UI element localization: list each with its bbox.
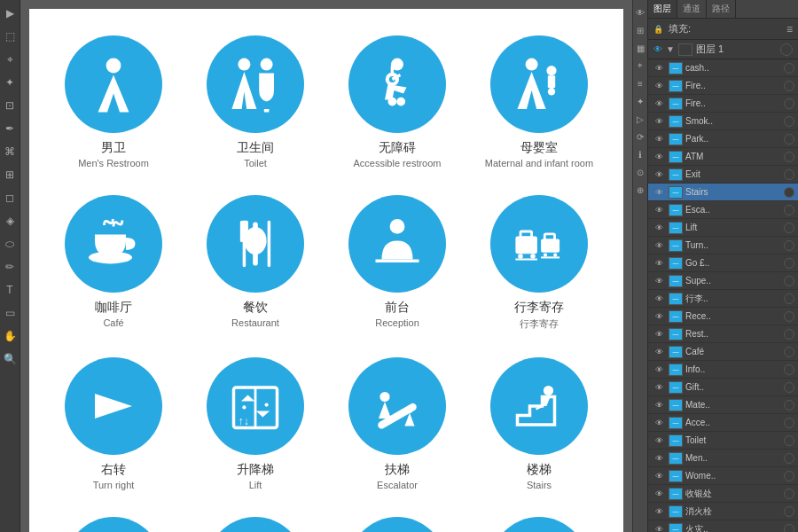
layer-row[interactable]: 👁 — Rest.. bbox=[648, 325, 798, 343]
layer-row[interactable]: 👁 — 收银处 bbox=[648, 485, 798, 503]
layer-eye-icon[interactable]: 👁 bbox=[652, 239, 666, 253]
layer-row[interactable]: 👁 — Mate.. bbox=[648, 396, 798, 414]
layer-row[interactable]: 👁 — Toilet bbox=[648, 432, 798, 450]
tab-paths[interactable]: 路径 bbox=[707, 0, 736, 18]
layer-eye-icon[interactable]: 👁 bbox=[652, 79, 666, 93]
tool-crop[interactable]: ⊡ bbox=[0, 96, 20, 115]
svg-point-11 bbox=[526, 59, 538, 71]
layer-eye-icon[interactable]: 👁 bbox=[652, 256, 666, 270]
tool-clone[interactable]: ⊞ bbox=[0, 165, 20, 184]
layer-row[interactable]: 👁 — cash.. bbox=[648, 59, 798, 77]
tool-lasso[interactable]: ⌖ bbox=[0, 50, 20, 69]
layer-eye-icon[interactable]: 👁 bbox=[652, 469, 666, 483]
layer-row[interactable]: 👁 — Café bbox=[648, 343, 798, 361]
icon-en-label: Men's Restroom bbox=[78, 158, 149, 168]
action-icon[interactable]: ▷ bbox=[633, 112, 647, 126]
layer-eye-icon[interactable]: 👁 bbox=[652, 221, 666, 235]
layer-eye-icon[interactable]: 👁 bbox=[652, 150, 666, 164]
tool-dodge[interactable]: ⬭ bbox=[0, 234, 20, 254]
tool-gradient[interactable]: ◈ bbox=[0, 211, 20, 231]
layer-eye-icon[interactable]: 👁 bbox=[652, 203, 666, 217]
layer-eye-icon[interactable]: 👁 bbox=[652, 97, 666, 111]
layer-eye-icon[interactable]: 👁 bbox=[652, 522, 666, 533]
layer-row[interactable]: 👁 — Info.. bbox=[648, 361, 798, 379]
layer-row[interactable]: 👁 — Exit bbox=[648, 166, 798, 184]
transform-icon[interactable]: ⊕ bbox=[633, 183, 647, 197]
layer-row[interactable]: 👁 — Wome.. bbox=[648, 467, 798, 485]
grid-icon[interactable]: ⊞ bbox=[633, 23, 647, 37]
layer-row[interactable]: 👁 — 行李.. bbox=[648, 290, 798, 308]
path-icon[interactable]: ⌖ bbox=[633, 59, 647, 73]
tool-zoom[interactable]: 🔍 bbox=[0, 349, 20, 369]
layer-eye-icon[interactable]: 👁 bbox=[652, 416, 666, 430]
layer-eye-icon[interactable]: 👁 bbox=[652, 292, 666, 306]
layer-eye-icon[interactable]: 👁 bbox=[652, 61, 666, 75]
layer-eye-icon[interactable]: 👁 bbox=[652, 274, 666, 288]
svg-marker-47 bbox=[379, 402, 391, 419]
layer-row[interactable]: 👁 — Fire.. bbox=[648, 95, 798, 113]
layer-row[interactable]: 👁 — 消火栓 bbox=[648, 503, 798, 520]
layer-row[interactable]: 👁 — Acce.. bbox=[648, 414, 798, 432]
layer-row[interactable]: 👁 — Go £.. bbox=[648, 254, 798, 272]
layer-eye-icon[interactable]: 👁 bbox=[652, 398, 666, 412]
layer-name-label: Fire.. bbox=[685, 98, 784, 108]
layer-eye-icon[interactable]: 👁 bbox=[652, 434, 666, 448]
channel-icon[interactable]: ▦ bbox=[633, 41, 647, 55]
layer-eye-icon[interactable]: 👁 bbox=[652, 380, 666, 395]
tool-brush[interactable]: ⌘ bbox=[0, 142, 20, 161]
layer-eye-icon[interactable]: 👁 bbox=[652, 505, 666, 519]
layer-row[interactable]: 👁 — Esca.. bbox=[648, 201, 798, 219]
history-icon[interactable]: ⟳ bbox=[633, 129, 647, 144]
layer-eye-icon[interactable]: 👁 bbox=[652, 114, 666, 129]
style-icon[interactable]: ✦ bbox=[633, 94, 647, 108]
tool-pen[interactable]: ✏ bbox=[0, 257, 20, 277]
layer-eye-icon[interactable]: 👁 bbox=[652, 487, 666, 501]
layer-eye-icon[interactable]: 👁 bbox=[652, 185, 666, 200]
layer-row[interactable]: 👁 — 火灾.. bbox=[648, 520, 798, 532]
icon-cn-label: 楼梯 bbox=[527, 462, 552, 478]
tool-eyedropper[interactable]: ✒ bbox=[0, 119, 20, 138]
canvas-area[interactable]: 男卫 Men's Restroom 卫生间 Toilet bbox=[20, 0, 632, 532]
layer-visibility-eye[interactable]: 👁 bbox=[653, 44, 662, 54]
svg-rect-28 bbox=[520, 231, 532, 238]
eye-icon[interactable]: 👁 bbox=[633, 5, 647, 20]
layer-eye-icon[interactable]: 👁 bbox=[652, 309, 666, 324]
info-icon[interactable]: ℹ bbox=[633, 147, 647, 161]
tool-magic[interactable]: ✦ bbox=[0, 73, 20, 92]
layer-row[interactable]: 👁 — ATM bbox=[648, 148, 798, 166]
tool-hand[interactable]: ✋ bbox=[0, 326, 20, 346]
tool-select[interactable]: ⬚ bbox=[0, 27, 20, 46]
tool-shape[interactable]: ▭ bbox=[0, 303, 20, 323]
layer-eye-icon[interactable]: 👁 bbox=[652, 327, 666, 341]
layer-eye-icon[interactable]: 👁 bbox=[652, 168, 666, 182]
layer-thumbnail: — bbox=[669, 434, 683, 447]
layer-eye-icon[interactable]: 👁 bbox=[652, 451, 666, 466]
layer-row[interactable]: 👁 — Park.. bbox=[648, 130, 798, 148]
nav-icon[interactable]: ⊙ bbox=[633, 165, 647, 179]
layer-options-icon[interactable]: ≡ bbox=[786, 23, 793, 35]
layer-row[interactable]: 👁 — Rece.. bbox=[648, 308, 798, 325]
layer-eye-icon[interactable]: 👁 bbox=[652, 345, 666, 359]
layer-row[interactable]: 👁 — Fire.. bbox=[648, 77, 798, 95]
layer-row[interactable]: 👁 — Lift bbox=[648, 219, 798, 237]
layer-row[interactable]: 👁 — Gift.. bbox=[648, 379, 798, 396]
layer-row[interactable]: 👁 — Smok.. bbox=[648, 113, 798, 130]
layer-eye-icon[interactable]: 👁 bbox=[652, 363, 666, 377]
escalator-icon bbox=[366, 375, 428, 437]
tool-move[interactable]: ▶ bbox=[0, 4, 20, 23]
list-item: 前台 Reception bbox=[331, 186, 464, 340]
layer-eye-icon[interactable]: 👁 bbox=[652, 132, 666, 146]
layer-row[interactable]: 👁 — Men.. bbox=[648, 450, 798, 467]
tab-channels[interactable]: 通道 bbox=[677, 0, 707, 18]
layer-row[interactable]: 👁 — Turn.. bbox=[648, 237, 798, 254]
layer-row[interactable]: 👁 — Supe.. bbox=[648, 272, 798, 290]
adjust-icon[interactable]: ≡ bbox=[633, 76, 647, 90]
layer-name-label: Mate.. bbox=[685, 400, 784, 410]
svg-point-32 bbox=[530, 254, 536, 259]
layer-group-expand[interactable]: ▼ bbox=[666, 44, 675, 54]
tab-layers[interactable]: 图层 bbox=[648, 0, 677, 18]
layer-row[interactable]: 👁 — Stairs bbox=[648, 184, 798, 201]
tool-text[interactable]: T bbox=[0, 280, 20, 300]
layer-thumbnail: — bbox=[669, 257, 683, 270]
tool-eraser[interactable]: ◻ bbox=[0, 188, 20, 207]
